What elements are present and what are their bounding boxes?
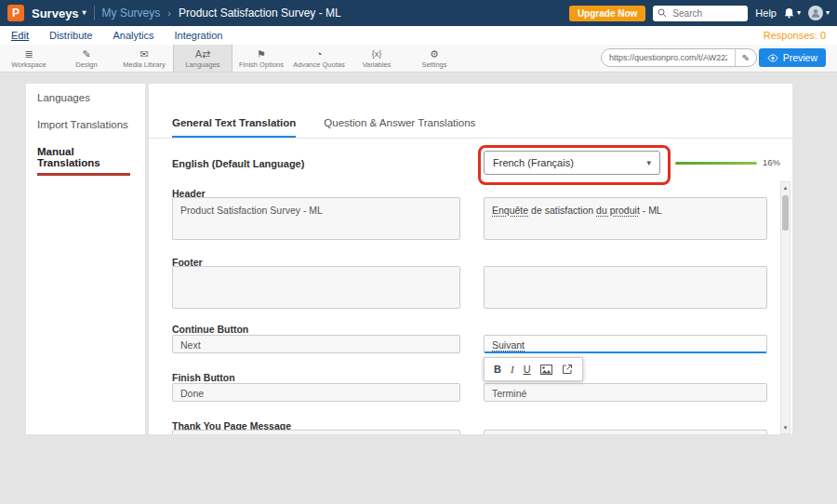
scroll-down-arrow[interactable]: ▼: [781, 423, 790, 432]
top-bar: P Surveys ▾ My Surveys › Product Satisfa…: [0, 0, 837, 26]
search-icon: [658, 8, 667, 18]
translation-progress-percent: 16%: [763, 157, 780, 167]
menu-item-integration[interactable]: Integration: [174, 30, 222, 41]
insert-link-icon[interactable]: [562, 364, 573, 375]
survey-url-input[interactable]: [602, 53, 735, 62]
upgrade-now-button[interactable]: Upgrade Now: [569, 6, 645, 21]
translation-progress-bar: [675, 162, 757, 165]
target-header-textarea[interactable]: Enquête de satisfaction du produit - ML: [484, 197, 767, 240]
languages-icon: A⇄: [195, 48, 211, 60]
breadcrumb-survey-title: Product Satisfaction Survey - ML: [179, 7, 341, 20]
target-header-segment: Enquête: [492, 205, 528, 216]
design-icon: ✎: [82, 48, 90, 60]
source-finish-text: Done: [180, 388, 204, 399]
edit-url-pencil-icon[interactable]: ✎: [735, 49, 756, 66]
sidebar-item-manual-translations[interactable]: Manual Translations: [26, 138, 145, 170]
target-header-segment: - ML: [640, 205, 662, 216]
target-finish-text: Terminé: [492, 388, 526, 399]
target-continue-text: Suivant: [492, 339, 525, 351]
translations-sidebar: Languages Import Translations Manual Tra…: [26, 84, 145, 434]
chevron-down-icon: ▾: [646, 158, 651, 167]
menu-item-distribute[interactable]: Distribute: [49, 30, 92, 41]
avatar: [808, 6, 823, 20]
media-library-icon: ✉: [140, 48, 148, 60]
tab-general-text-translation[interactable]: General Text Translation: [172, 117, 296, 139]
scroll-up-arrow[interactable]: ▲: [781, 183, 790, 192]
bell-icon: [784, 7, 794, 19]
field-label-continue-button: Continue Button: [172, 324, 248, 335]
target-language-select[interactable]: French (Français) ▾: [484, 151, 660, 175]
search-input[interactable]: [671, 7, 741, 20]
chevron-down-icon: ▾: [797, 9, 801, 17]
toolbar-label: Languages: [185, 60, 219, 69]
target-header-segment: du produit: [596, 205, 640, 216]
divider: [94, 6, 95, 20]
product-menu-label: Surveys: [32, 7, 79, 20]
variables-icon: {x}: [372, 48, 382, 60]
product-menu-surveys[interactable]: Surveys ▾: [32, 7, 86, 20]
toolbar-label: Workspace: [11, 60, 46, 69]
manual-translations-panel: General Text Translation Question & Answ…: [149, 84, 792, 434]
toolbar-item-workspace[interactable]: ≣ Workspace: [0, 45, 58, 72]
sidebar-item-languages[interactable]: Languages: [26, 84, 145, 111]
target-header-segment: de satisfaction: [528, 205, 596, 216]
toolbar-item-settings[interactable]: ⚙ Settings: [405, 45, 463, 72]
finish-options-icon: ⚑: [257, 48, 266, 60]
toolbar-label: Design: [75, 60, 97, 69]
toolbar-item-design[interactable]: ✎ Design: [58, 45, 115, 72]
workspace-icon: ≣: [24, 48, 33, 60]
eye-icon: [767, 54, 778, 62]
breadcrumb-separator: ›: [167, 7, 171, 19]
chevron-down-icon: ▾: [83, 9, 86, 17]
source-continue-input[interactable]: Next: [172, 335, 460, 353]
toolbar-item-variables[interactable]: {x} Variables: [348, 45, 405, 72]
toolbar-item-finish-options[interactable]: ⚑ Finish Options: [232, 45, 290, 72]
responses-count[interactable]: Responses: 0: [764, 30, 826, 41]
tab-question-answer-translations[interactable]: Question & Answer Translations: [324, 117, 475, 139]
toolbar-item-languages[interactable]: A⇄ Languages: [173, 45, 232, 72]
questionpro-logo[interactable]: P: [7, 5, 24, 21]
preview-label: Preview: [783, 52, 817, 63]
bold-button[interactable]: B: [494, 365, 501, 375]
underline-button[interactable]: U: [524, 365, 531, 375]
breadcrumb-my-surveys[interactable]: My Surveys: [102, 7, 161, 20]
menu-item-analytics[interactable]: Analytics: [113, 30, 153, 41]
sidebar-item-import-translations[interactable]: Import Translations: [26, 111, 145, 138]
source-header-textarea[interactable]: Product Satisfaction Survey - ML: [172, 197, 460, 240]
advance-quotas-icon: ◔: [316, 48, 323, 60]
survey-url-field[interactable]: ✎: [601, 48, 757, 67]
account-menu[interactable]: ▾: [808, 6, 830, 20]
menu-item-edit[interactable]: Edit: [11, 30, 29, 41]
toolbar-item-media-library[interactable]: ✉ Media Library: [115, 45, 173, 72]
chevron-down-icon: ▾: [826, 9, 830, 17]
help-link[interactable]: Help: [755, 7, 777, 19]
source-thank-you-textarea[interactable]: [172, 430, 460, 434]
tabs-divider: [149, 138, 792, 139]
target-thank-you-textarea[interactable]: [484, 430, 767, 434]
source-header-text: Product Satisfaction Survey - ML: [180, 205, 323, 216]
panel-scrollbar[interactable]: ▲ ▼: [780, 181, 790, 434]
preview-button[interactable]: Preview: [759, 48, 826, 67]
target-finish-input[interactable]: Terminé: [484, 383, 767, 402]
search-box[interactable]: [653, 6, 748, 21]
target-footer-textarea[interactable]: [484, 266, 767, 309]
source-footer-textarea[interactable]: [172, 266, 460, 309]
toolbar-label: Finish Options: [239, 60, 284, 69]
translation-tabs: General Text Translation Question & Answ…: [172, 117, 475, 139]
insert-image-icon[interactable]: [540, 365, 552, 375]
menu-bar: Edit Distribute Analytics Integration Re…: [0, 26, 837, 45]
toolbar-item-advance-quotas[interactable]: ◔ Advance Quotas: [290, 45, 348, 72]
source-finish-input[interactable]: Done: [172, 383, 460, 402]
notifications-menu[interactable]: ▾: [784, 7, 801, 19]
scrollbar-thumb[interactable]: [782, 195, 789, 231]
target-continue-input[interactable]: Suivant: [484, 335, 767, 353]
toolbar-label: Media Library: [123, 60, 165, 69]
field-label-finish-button: Finish Button: [172, 372, 235, 383]
source-language-label: English (Default Language): [172, 158, 304, 169]
app-window: P Surveys ▾ My Surveys › Product Satisfa…: [0, 0, 837, 504]
italic-button[interactable]: I: [511, 365, 514, 375]
rich-text-format-toolbar: B I U: [484, 357, 583, 381]
target-language-value: French (Français): [493, 157, 574, 168]
toolbar-label: Advance Quotas: [293, 60, 344, 69]
active-item-red-marker: [37, 173, 130, 176]
